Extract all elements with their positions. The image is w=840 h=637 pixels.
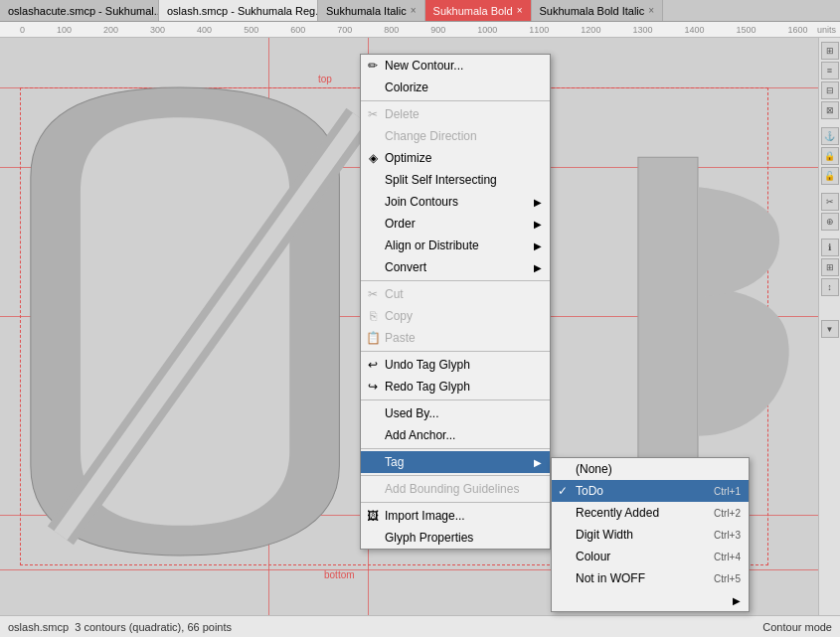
menu-optimize[interactable]: ◈ Optimize — [361, 147, 550, 169]
menu-glyph-properties[interactable]: Glyph Properties — [361, 527, 550, 549]
menu-item-label: Add Anchor... — [385, 428, 455, 442]
tab-sukhumala-italic[interactable]: Sukhumala Italic × — [318, 0, 425, 21]
sep-4 — [361, 399, 550, 400]
sep-7 — [361, 502, 550, 503]
tag-colour[interactable]: Colour Ctrl+4 — [552, 546, 749, 567]
menu-item-label: Align or Distribute — [385, 239, 479, 252]
shortcut-todo: Ctrl+1 — [714, 486, 741, 497]
menu-item-label: New Contour... — [385, 59, 463, 73]
menu-item-label: Copy — [385, 309, 413, 323]
menu-item-label: Join Contours — [385, 195, 458, 209]
ruler-horizontal: 0 100 200 300 400 500 600 700 800 900 10… — [0, 22, 840, 38]
context-menu: ✏ New Contour... Colorize ✂ Delete Chang… — [360, 54, 551, 550]
menu-used-by[interactable]: Used By... — [361, 402, 550, 424]
tag-label: Recently Added — [576, 506, 659, 520]
menu-join-contours[interactable]: Join Contours ▶ — [361, 191, 550, 213]
tag-label: Colour — [576, 550, 610, 563]
menu-item-label: Optimize — [385, 151, 431, 165]
menu-add-bounding[interactable]: Add Bounding Guidelines — [361, 478, 550, 500]
menu-convert[interactable]: Convert ▶ — [361, 256, 550, 278]
lock-btn-1[interactable]: 🔒 — [821, 147, 839, 165]
tab-sukhumala-bold-italic[interactable]: Sukhumala Bold Italic × — [532, 0, 664, 21]
tab-close-4[interactable]: × — [648, 5, 654, 16]
menu-item-label: Import Image... — [385, 509, 465, 523]
menu-item-label: Cut — [385, 287, 404, 301]
zoom-btn[interactable]: ⊞ — [821, 258, 839, 276]
tag-none[interactable]: (None) — [552, 458, 749, 480]
grid-btn-5[interactable]: ⊕ — [821, 213, 839, 231]
menu-item-label: Change Direction — [385, 129, 477, 143]
menu-redo-tag[interactable]: ↪ Redo Tag Glyph — [361, 376, 550, 398]
menu-item-label: Split Self Intersecting — [385, 173, 497, 187]
tab-close-2[interactable]: × — [411, 5, 417, 16]
tab-label: oslash.smcp - Sukhumala Reg... — [167, 5, 318, 17]
arrow-icon: ▶ — [534, 240, 542, 251]
menu-copy[interactable]: ⎘ Copy — [361, 305, 550, 327]
tag-more[interactable]: ▶ — [552, 589, 749, 611]
check-todo: ✓ — [558, 484, 568, 498]
copy-icon: ⎘ — [365, 309, 381, 323]
menu-order[interactable]: Order ▶ — [361, 213, 550, 235]
tag-recently-added[interactable]: Recently Added Ctrl+2 — [552, 502, 749, 524]
shortcut-recently: Ctrl+2 — [714, 508, 741, 519]
shortcut-digit: Ctrl+3 — [714, 530, 741, 541]
status-mode: Contour mode — [762, 621, 832, 633]
menu-add-anchor[interactable]: Add Anchor... — [361, 424, 550, 446]
menu-undo-tag[interactable]: ↩ Undo Tag Glyph — [361, 354, 550, 376]
tag-label: (None) — [576, 462, 612, 476]
sep-1 — [361, 100, 550, 101]
grid-btn-1[interactable]: ⊞ — [821, 42, 839, 60]
tag-digit-width[interactable]: Digit Width Ctrl+3 — [552, 524, 749, 546]
grid-btn-4[interactable]: ⊠ — [821, 101, 839, 119]
menu-delete[interactable]: ✂ Delete — [361, 103, 550, 125]
menu-item-label: Convert — [385, 260, 426, 274]
optimize-icon: ◈ — [365, 151, 381, 165]
status-bar: oslash.smcp 3 contours (quadratic), 66 p… — [0, 615, 840, 637]
menu-new-contour[interactable]: ✏ New Contour... — [361, 55, 550, 77]
menu-align[interactable]: Align or Distribute ▶ — [361, 235, 550, 256]
sep-3 — [361, 351, 550, 352]
menu-colorize[interactable]: Colorize — [361, 77, 550, 98]
menu-paste[interactable]: 📋 Paste — [361, 327, 550, 349]
info-btn[interactable]: ℹ — [821, 239, 839, 256]
menu-tag[interactable]: Tag ▶ — [361, 451, 550, 473]
tool-btn-1[interactable]: ✂ — [821, 193, 839, 211]
arrow-icon: ▶ — [534, 457, 542, 468]
more-arrow-icon: ▶ — [733, 595, 741, 606]
arrow-icon: ▶ — [534, 262, 542, 273]
scroll-btn[interactable]: ↕ — [821, 278, 839, 296]
tab-label: Sukhumala Italic — [326, 5, 407, 17]
tab-label: Sukhumala Bold Italic — [540, 5, 645, 17]
menu-item-label: Redo Tag Glyph — [385, 380, 470, 394]
right-panel: ⊞ ≡ ⊟ ⊠ ⚓ 🔒 🔓 ✂ ⊕ ℹ ⊞ ↕ ▼ — [818, 38, 840, 615]
menu-import-image[interactable]: 🖼 Import Image... — [361, 505, 550, 527]
grid-btn-3[interactable]: ⊟ — [821, 81, 839, 99]
expand-btn[interactable]: ▼ — [821, 320, 839, 338]
menu-change-direction[interactable]: Change Direction — [361, 125, 550, 147]
tab-close-3[interactable]: × — [517, 5, 523, 16]
tab-sukhumala-bold[interactable]: Sukhumala Bold × — [425, 0, 532, 21]
status-info: 3 contours (quadratic), 66 points — [75, 621, 232, 633]
menu-item-label: Undo Tag Glyph — [385, 358, 470, 372]
tag-not-in-woff[interactable]: Not in WOFF Ctrl+5 — [552, 567, 749, 589]
menu-item-label: Tag — [385, 455, 404, 469]
tag-todo[interactable]: ✓ ToDo Ctrl+1 — [552, 480, 749, 502]
menu-split-self[interactable]: Split Self Intersecting — [361, 169, 550, 191]
menu-cut[interactable]: ✂ Cut — [361, 283, 550, 305]
units-label: units — [817, 25, 836, 35]
tab-oslash[interactable]: oslash.smcp - Sukhumala Reg... × — [159, 0, 318, 21]
cut-icon: ✂ — [365, 287, 381, 301]
delete-icon: ✂ — [365, 107, 381, 121]
tag-label: ToDo — [576, 484, 603, 498]
grid-btn-2[interactable]: ≡ — [821, 62, 839, 80]
menu-item-label: Glyph Properties — [385, 531, 473, 545]
redo-icon: ↪ — [365, 380, 381, 394]
menu-item-label: Paste — [385, 331, 416, 345]
tag-submenu: (None) ✓ ToDo Ctrl+1 Recently Added Ctrl… — [551, 457, 750, 612]
menu-item-label: Delete — [385, 107, 420, 121]
tab-oslashacute[interactable]: oslashacute.smcp - Sukhumal... × — [0, 0, 159, 21]
anchor-btn[interactable]: ⚓ — [821, 127, 839, 145]
lock-btn-2[interactable]: 🔓 — [821, 167, 839, 185]
arrow-icon: ▶ — [534, 197, 542, 208]
ruler-ticks: 0 100 200 300 400 500 600 700 800 900 10… — [0, 25, 840, 35]
